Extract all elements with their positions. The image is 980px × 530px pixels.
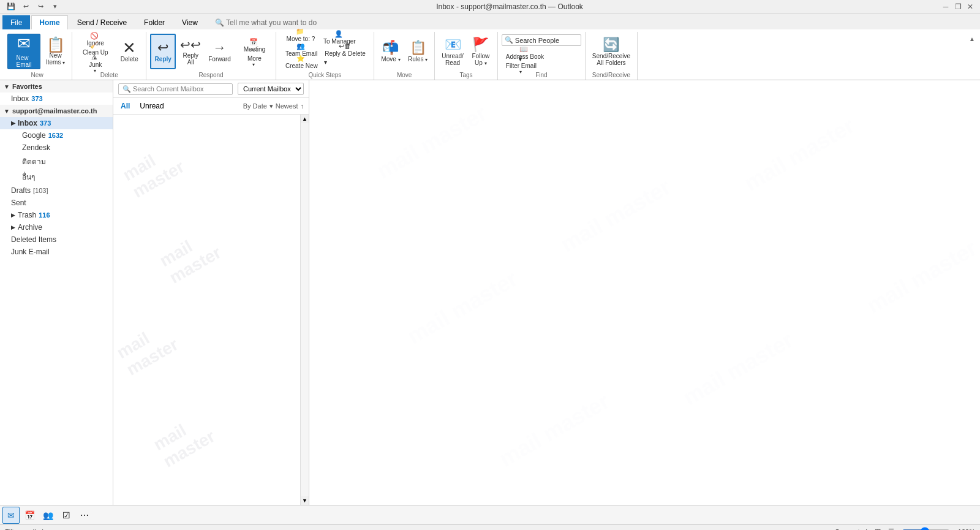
sidebar-item-zendesk[interactable]: Zendesk [0, 142, 113, 154]
watermark-3: mailmaster [113, 317, 182, 379]
email-list-content-wrapper: mailmaster mailmaster mailmaster mailmas… [113, 115, 309, 505]
junk-button[interactable]: ⚠ Junk ▾ [76, 58, 113, 69]
filter-bar: All Unread By Date ▾ Newest ↑ [113, 98, 309, 115]
ribbon-group-tags: 📧 Unread/ Read 🚩 Follow Up ▾ Tags [435, 32, 498, 80]
connected-status: Connected [835, 528, 867, 531]
unread-read-button[interactable]: 📧 Unread/ Read [439, 34, 467, 69]
forward-button[interactable]: → Forward [205, 34, 234, 69]
zoom-slider[interactable] [902, 527, 951, 531]
minimize-button[interactable]: ─ [941, 2, 951, 12]
email-list-content[interactable]: mailmaster mailmaster mailmaster mailmas… [113, 115, 300, 505]
team-email-button[interactable]: 👥 Team Email [282, 44, 320, 55]
view-icon[interactable]: ▦ [875, 528, 881, 530]
scroll-up-button[interactable]: ▲ [301, 115, 309, 123]
title-bar: 💾 ↩ ↪ ▾ Inbox - support@mailmaster.co.th… [0, 0, 980, 13]
sidebar-item-google[interactable]: Google 1632 [0, 129, 113, 142]
tab-file[interactable]: File [2, 15, 30, 29]
tab-tell-me[interactable]: 🔍 Tell me what you want to do [207, 15, 325, 29]
send-receive-all-button[interactable]: 🔄 Send/Receive All Folders [589, 34, 633, 69]
sidebar-item-sent[interactable]: Sent [0, 197, 113, 209]
reply-all-button[interactable]: ↩↩ Reply All [177, 34, 204, 69]
ribbon-group-quick-steps: 📁 Move to: ? ▾ 👤 To Manager 👥 Team Email [276, 32, 374, 80]
reading-watermark-7: mail master [862, 235, 980, 319]
filter-all-button[interactable]: All [118, 100, 132, 112]
nav-people[interactable]: 👥 [39, 507, 56, 524]
address-book-button[interactable]: 📖 Address Book [502, 47, 546, 58]
ribbon-group-new-label: New [31, 70, 43, 80]
sidebar-item-junk-email[interactable]: Junk E-mail [0, 246, 113, 258]
filter-email-button[interactable]: ▼ Filter Email ▾ [502, 59, 539, 70]
ribbon-group-tags-label: Tags [460, 70, 473, 80]
ribbon-group-move: 📬 Move ▾ 📋 Rules ▾ Move [374, 32, 435, 80]
search-box[interactable]: 🔍 [118, 83, 233, 95]
move-button[interactable]: 📬 Move ▾ [378, 34, 404, 69]
tab-view[interactable]: View [174, 15, 206, 29]
ribbon-group-respond-label: Respond [199, 70, 224, 80]
reading-pane: mail master mail master mail master mail… [309, 80, 980, 505]
delete-button[interactable]: ✕ Delete [116, 34, 142, 69]
rules-button[interactable]: 📋 Rules ▾ [405, 34, 431, 69]
close-button[interactable]: ✕ [965, 2, 975, 12]
tab-folder[interactable]: Folder [136, 15, 173, 29]
reply-button[interactable]: ↩ Reply [150, 34, 176, 69]
search-icon: 🔍 [123, 85, 131, 93]
ribbon-group-new: ✉ NewEmail 📋 New Items ▾ New [2, 32, 72, 80]
search-input[interactable] [133, 85, 228, 93]
to-manager-button[interactable]: 👤 To Manager [320, 32, 358, 43]
email-list-scrollbar[interactable]: ▲ ▼ [300, 115, 309, 505]
status-bar: Filter applied Connected ▦ ☰ 100% [0, 524, 980, 530]
nav-tasks[interactable]: ☑ [58, 507, 75, 524]
view-icon-2[interactable]: ☰ [888, 528, 894, 530]
restore-button[interactable]: ❐ [953, 2, 963, 12]
quick-steps-more-button[interactable]: ▾ [322, 56, 330, 67]
watermark-2: mailmaster [156, 225, 225, 287]
ribbon-collapse-button[interactable]: ▲ [967, 34, 978, 44]
sidebar-item-tham[interactable]: ติดตาม [0, 154, 113, 169]
ribbon-group-respond: ↩ Reply ↩↩ Reply All → Forward 📅 Meeting [146, 32, 276, 80]
reading-watermark-6: mail master [740, 113, 859, 196]
sidebar-item-inbox[interactable]: ▶ Inbox 373 [0, 117, 113, 129]
main-layout: ▼ Favorites Inbox 373 ▼ support@mailmast… [0, 80, 980, 505]
sort-button[interactable]: By Date ▾ Newest ↑ [243, 102, 304, 110]
scroll-track[interactable] [301, 123, 309, 496]
quick-access-undo[interactable]: ↩ [20, 1, 32, 12]
zoom-level: 100% [958, 528, 975, 531]
sidebar-item-drafts[interactable]: Drafts [103] [0, 184, 113, 197]
reading-watermark-4: mail master [679, 327, 797, 411]
quick-access-redo[interactable]: ↪ [34, 1, 47, 12]
new-email-button[interactable]: ✉ NewEmail [7, 34, 40, 69]
quick-access-save[interactable]: 💾 [5, 1, 17, 12]
reading-watermark-5: mail master [495, 388, 614, 472]
filter-applied-status: Filter applied [5, 528, 43, 531]
tab-home[interactable]: Home [31, 15, 67, 29]
tab-send-receive[interactable]: Send / Receive [69, 15, 135, 29]
reading-watermark-3: mail master [403, 266, 522, 349]
reading-watermark-2: mail master [556, 174, 675, 257]
nav-calendar[interactable]: 📅 [21, 507, 38, 524]
follow-up-button[interactable]: 🚩 Follow Up ▾ [468, 34, 494, 69]
quick-access-more[interactable]: ▾ [49, 1, 61, 12]
email-list-toolbar: 🔍 Current Mailbox [113, 80, 309, 98]
mailbox-select[interactable]: Current Mailbox [238, 83, 304, 95]
sidebar-section-account[interactable]: ▼ support@mailmaster.co.th [0, 105, 113, 117]
search-people-input[interactable]: 🔍 Search People [502, 34, 581, 46]
ribbon-group-delete: 🚫 Ignore 🧹 Clean Up ▾ ⚠ Junk ▾ [72, 32, 146, 80]
sidebar-item-deleted-items[interactable]: Deleted Items [0, 233, 113, 246]
sidebar-section-favorites[interactable]: ▼ Favorites [0, 80, 113, 93]
new-items-button[interactable]: 📋 New Items ▾ [43, 34, 68, 69]
ribbon-group-delete-label: Delete [100, 70, 118, 80]
email-list-area: 🔍 Current Mailbox All Unread By Date ▾ N… [113, 80, 309, 505]
sidebar-item-inbox-fav[interactable]: Inbox 373 [0, 93, 113, 105]
scroll-down-button[interactable]: ▼ [301, 496, 309, 505]
nav-mail[interactable]: ✉ [2, 507, 20, 524]
sidebar-item-trash[interactable]: ▶ Trash 116 [0, 209, 113, 221]
nav-more[interactable]: ⋯ [76, 507, 93, 524]
reply-delete-button[interactable]: ↩🗑 Reply & Delete [321, 44, 368, 55]
move-to-button[interactable]: 📁 Move to: ? ▾ [282, 32, 318, 43]
filter-unread-button[interactable]: Unread [137, 100, 166, 112]
ribbon-group-move-label: Move [397, 70, 412, 80]
sidebar-item-other[interactable]: อื่นๆ [0, 169, 113, 184]
sidebar-item-archive[interactable]: ▶ Archive [0, 221, 113, 233]
more-respond-button[interactable]: ⋯ More ▾ [235, 52, 272, 63]
create-new-button[interactable]: ⭐ Create New [282, 56, 320, 67]
